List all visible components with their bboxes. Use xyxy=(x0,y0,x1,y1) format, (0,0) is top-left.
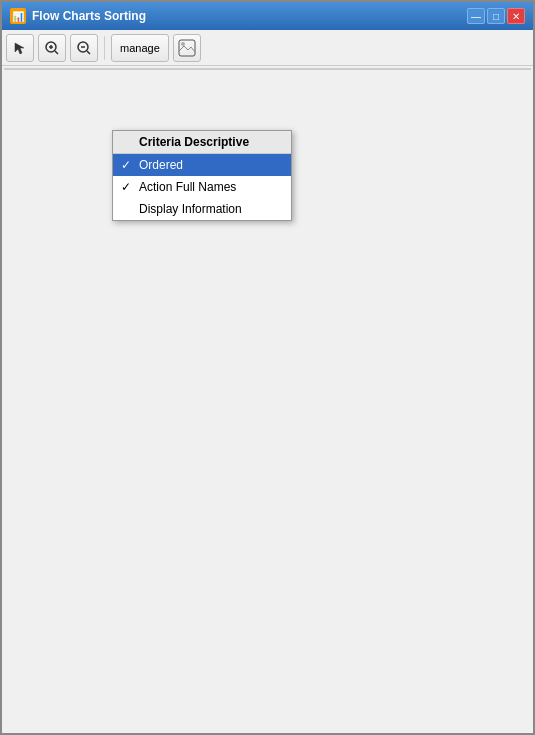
svg-marker-0 xyxy=(15,43,24,54)
window-title: Flow Charts Sorting xyxy=(32,9,146,23)
dropdown-menu-container: Criteria Descriptive ✓ Ordered ✓ Action … xyxy=(112,130,292,221)
image-button[interactable] xyxy=(173,34,201,62)
cursor-icon xyxy=(13,41,27,55)
content-area: Criteria Descriptive ✓ Ordered ✓ Action … xyxy=(2,66,533,733)
zoom-out-button[interactable] xyxy=(70,34,98,62)
dropdown-item-display-information[interactable]: Display Information xyxy=(113,198,291,220)
zoom-out-icon xyxy=(76,40,92,56)
title-controls: — □ ✕ xyxy=(467,8,525,24)
cursor-tool-button[interactable] xyxy=(6,34,34,62)
zoom-in-button[interactable] xyxy=(38,34,66,62)
chart-container: Class 1 Class 2 Class 3 Class 4 Total Ne… xyxy=(4,68,531,70)
zoom-in-icon xyxy=(44,40,60,56)
title-bar-left: 📊 Flow Charts Sorting xyxy=(10,8,146,24)
maximize-button[interactable]: □ xyxy=(487,8,505,24)
toolbar-separator xyxy=(104,36,105,60)
close-button[interactable]: ✕ xyxy=(507,8,525,24)
dropdown-item-action-full-names[interactable]: ✓ Action Full Names xyxy=(113,176,291,198)
dropdown-item-ordered[interactable]: ✓ Ordered xyxy=(113,154,291,176)
dropdown-header: Criteria Descriptive xyxy=(113,131,291,154)
toolbar: manage xyxy=(2,30,533,66)
manage-button[interactable]: manage xyxy=(111,34,169,62)
minimize-button[interactable]: — xyxy=(467,8,485,24)
app-icon: 📊 xyxy=(10,8,26,24)
title-bar: 📊 Flow Charts Sorting — □ ✕ xyxy=(2,2,533,30)
svg-point-9 xyxy=(181,42,185,46)
image-icon xyxy=(178,39,196,57)
main-window: 📊 Flow Charts Sorting — □ ✕ xyxy=(0,0,535,735)
svg-line-4 xyxy=(55,51,58,54)
dropdown-menu: Criteria Descriptive ✓ Ordered ✓ Action … xyxy=(112,130,292,221)
svg-line-7 xyxy=(87,51,90,54)
